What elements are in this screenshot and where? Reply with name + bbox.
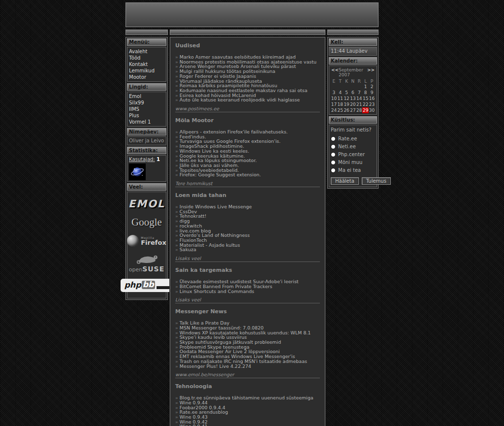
calendar-title-row: << September 2007 >> [331, 67, 375, 78]
poll-option-label: Rate.ee [338, 136, 357, 141]
poll-header: Küsitlus: [329, 116, 377, 124]
calendar-day: 16 [369, 96, 375, 101]
calendar-day [337, 84, 344, 90]
news-link[interactable]: Sakuza [175, 247, 320, 252]
google-logo[interactable]: Google [131, 216, 162, 229]
more-header: Veel: [127, 183, 166, 191]
external-link[interactable]: Emol [129, 93, 164, 99]
main-sections: Uudised Marko Asmer saavutas eelsõitudes… [175, 42, 320, 426]
calendar-next-button[interactable]: >> [367, 67, 375, 77]
left-sidebar: Menüü: AvalehtTöödKontaktLemmikudMootor … [126, 30, 168, 300]
menu-link[interactable]: Lemmikud [129, 67, 164, 74]
news-link[interactable]: Linux Shortcuts and Commands [175, 289, 320, 294]
calendar-week-row: 12 [331, 84, 375, 90]
clock-header: Kell: [329, 38, 377, 46]
content-section: Möla Mootor Allpeers - extension Firefox… [175, 117, 320, 187]
news-link[interactable]: Messenger Plus! Live 4.22.274 [175, 364, 320, 369]
calendar-day: 1 [362, 84, 369, 90]
content-section: Messenger News Talk Like a Pirate DayMSN… [175, 308, 320, 378]
content-section: Tehnoloogia Blog.tr.ee sünnipäeva tähist… [175, 383, 320, 426]
section-footer-link[interactable]: www.emol.be/messenger [175, 372, 320, 377]
news-link[interactable]: Auto üle katuse keeranud roolijoodik vii… [175, 98, 320, 102]
poll-option-label: Mõni muu [338, 160, 362, 165]
firefox-logo[interactable]: Mozilla Firefox [127, 235, 166, 247]
opensuse-logo[interactable]: openSUSE [129, 253, 165, 272]
vote-button[interactable]: Hääleta [331, 177, 359, 185]
calendar-day: 11 [337, 96, 344, 101]
calendar-day: 7 [356, 90, 362, 96]
poll-option: Neti.ee [331, 144, 375, 149]
section-title: Tehnoloogia [175, 383, 320, 390]
section-separator [175, 378, 320, 378]
left-column-top-bar [126, 30, 168, 35]
phpbb-php-text: php [124, 281, 141, 289]
calendar-day: 28 [356, 107, 362, 113]
radio-button-icon[interactable] [331, 144, 336, 149]
calendar-weekday-row: ETKNRLP [331, 78, 375, 84]
section-title: Möla Mootor [175, 117, 320, 124]
phpbb-tagline-bar [157, 286, 169, 289]
calendar-day: 13 [350, 96, 356, 101]
textured-desktop-background: { "colors": { "calendar_selected_bg": "#… [0, 0, 504, 426]
calendar-week-row: 3456789 [331, 90, 375, 96]
radio-button-icon[interactable] [331, 136, 336, 141]
news-link[interactable]: Inside Windows Live Messenge [175, 204, 320, 209]
news-link[interactable]: Firefox: Google Suggest extension. [175, 172, 320, 177]
section-footer-link[interactable]: www.postimees.ee [175, 106, 320, 111]
poll-option: Mõni muu [331, 160, 375, 165]
news-link[interactable]: Tehnokratt! [175, 214, 320, 219]
section-footer-link[interactable]: Lisaks veel [175, 297, 320, 302]
calendar-weekday: P [369, 78, 375, 84]
columns: Menüü: AvalehtTöödKontaktLemmikudMootor … [126, 30, 378, 426]
phpbb-logo[interactable]: phpbb [121, 279, 172, 292]
news-link[interactable]: Materialist - Asjade kultus [175, 243, 320, 248]
left-sidebar-panel: Menüü: AvalehtTöödKontaktLemmikudMootor … [126, 37, 168, 300]
section-footer-link[interactable]: Lisaks veel [175, 256, 320, 261]
poll-option: Rate.ee [331, 136, 375, 141]
radio-button-icon[interactable] [331, 152, 336, 157]
section-separator [175, 187, 320, 187]
firefox-logo-text: Mozilla Firefox [141, 236, 166, 246]
poll-option: Ma ei tea [331, 167, 375, 173]
calendar-day: 30 [369, 107, 375, 113]
calendar-weekday: K [344, 78, 350, 84]
calendar-day: 19 [344, 101, 350, 107]
results-button[interactable]: Tulemus [362, 177, 391, 185]
menu-box: AvalehtTöödKontaktLemmikudMootor [127, 47, 166, 82]
calendar-day: 26 [344, 107, 350, 113]
external-link[interactable]: Vormel 1 [129, 119, 164, 125]
calendar-weekday: E [331, 78, 337, 84]
poll-box: Parim sait netis? Rate.ee Neti.ee [329, 125, 377, 187]
calendar-week-row: 10111213141516 [331, 96, 375, 101]
poll-question: Parim sait netis? [331, 127, 375, 132]
news-link[interactable]: Wine 0.9.41 [175, 424, 320, 426]
calendar-weekday: T [337, 78, 344, 84]
menu-link[interactable]: Mootor [129, 74, 164, 80]
emol-logo[interactable]: EMOL [128, 198, 165, 210]
opensuse-open-text: open [129, 266, 142, 273]
external-link[interactable]: IIMS [129, 106, 164, 112]
external-link[interactable]: Silx99 [129, 99, 164, 106]
calendar-day [350, 84, 356, 90]
calendar-day: 22 [362, 101, 369, 107]
calendar-weekday: R [356, 78, 362, 84]
radio-button-icon[interactable] [331, 160, 336, 165]
calendar-day: 9 [369, 90, 375, 96]
calendar-day: 10 [331, 96, 337, 101]
calendar-month-label: September 2007 [339, 67, 367, 77]
section-list: Ülevaade esimestest uudistest Suur-Adobe… [175, 279, 320, 294]
menu-link[interactable]: Kontakt [129, 61, 164, 67]
menu-link[interactable]: Avaleht [129, 48, 164, 55]
radio-button-icon[interactable] [331, 168, 336, 173]
section-title: Uudised [175, 42, 320, 49]
phpbb-bb-text: bb [142, 281, 155, 289]
firefox-globe-icon [127, 235, 139, 247]
menu-link[interactable]: Tööd [129, 55, 164, 61]
external-link[interactable]: Plus [129, 112, 164, 119]
section-title: Sain ka targemaks [175, 267, 320, 273]
users-online-label[interactable]: Kasutajad: [129, 157, 155, 162]
section-footer-link[interactable]: Tere hommikust [175, 181, 320, 186]
calendar-prev-button[interactable]: << [331, 67, 339, 77]
stats-header: Statistika: [127, 147, 166, 154]
calendar-weekday: L [362, 78, 369, 84]
